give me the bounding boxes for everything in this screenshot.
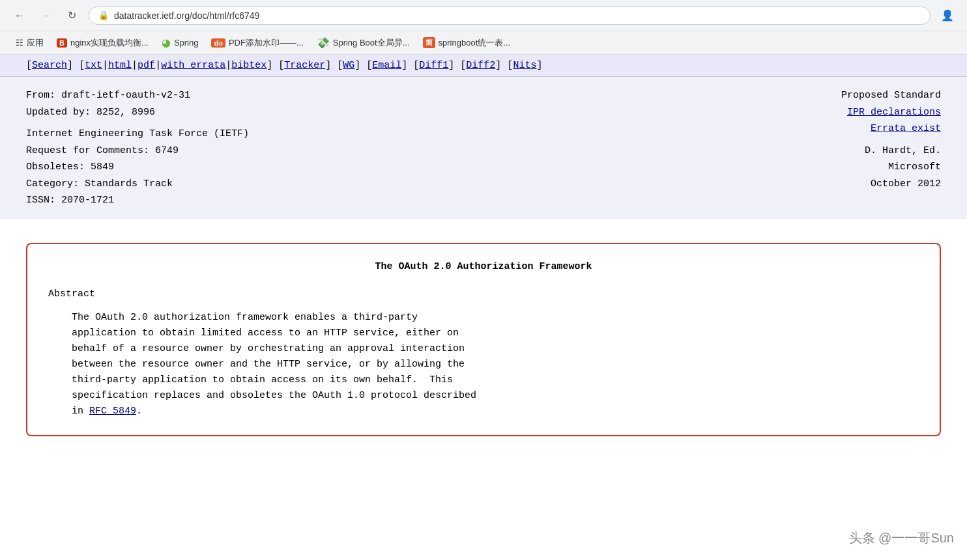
category-row: Category: Standards Track	[26, 176, 249, 193]
ipr-link[interactable]: IPR declarations	[847, 107, 941, 118]
diff1-link[interactable]: Diff1	[419, 60, 448, 71]
bookmark-label-nginx: nginx实现负载均衡...	[70, 37, 149, 49]
updated-link-8252[interactable]: 8252	[96, 107, 120, 118]
abstract-text: The OAuth 2.0 authorization framework en…	[72, 310, 919, 419]
diff2-link[interactable]: Diff2	[466, 60, 495, 71]
bookmark-boot[interactable]: 💸 Spring Boot全局异...	[311, 35, 415, 50]
pdf-link[interactable]: pdf	[137, 60, 155, 71]
bookmark-nginx[interactable]: B nginx实现负载均衡...	[51, 36, 154, 50]
updated-row: Updated by: 8252, 8996	[26, 104, 249, 121]
bookmark-label-apps: 应用	[27, 37, 44, 49]
nits-link[interactable]: Nits	[513, 60, 536, 71]
bookmarks-bar: ☷ 应用 B nginx实现负载均衡... ◕ Spring do PDF添加水…	[0, 31, 967, 55]
address-text: datatracker.ietf.org/doc/html/rfc6749	[114, 10, 259, 21]
rfc-body: The OAuth 2.0 Authorization Framework Ab…	[0, 219, 967, 460]
updated-link-8996[interactable]: 8996	[132, 107, 155, 118]
from-label: From:	[26, 90, 55, 101]
header-info: From: draft-ietf-oauth-v2-31 Updated by:…	[0, 77, 967, 219]
back-button[interactable]: ←	[10, 7, 29, 25]
ipr-row: IPR declarations	[841, 104, 941, 121]
issn-row: ISSN: 2070-1721	[26, 192, 249, 209]
browser-bar: ← → ↻ 🔒 datatracker.ietf.org/doc/html/rf…	[0, 0, 967, 31]
tracker-link[interactable]: Tracker	[284, 60, 325, 71]
ninja-icon: B	[57, 38, 67, 48]
company-row: Microsoft	[841, 159, 941, 176]
bookmark-pdf[interactable]: do PDF添加水印——...	[206, 36, 308, 50]
bookmark-label-pdf: PDF添加水印——...	[229, 37, 304, 49]
lock-icon: 🔒	[98, 10, 109, 20]
with-errata-link[interactable]: with errata	[161, 60, 225, 71]
spring-icon: ◕	[162, 36, 171, 49]
header-right: Proposed Standard IPR declarations Errat…	[841, 87, 941, 209]
obsoletes-label: Obsoletes:	[26, 161, 85, 173]
author-row: D. Hardt, Ed.	[841, 143, 941, 160]
html-link[interactable]: html	[108, 60, 132, 71]
bookmark-jiandan[interactable]: 简 springboot统一表...	[418, 36, 516, 50]
from-row: From: draft-ietf-oauth-v2-31	[26, 87, 249, 104]
rfc-row: Request for Comments: 6749	[26, 143, 249, 160]
bookmark-label-jiandan: springboot统一表...	[439, 37, 511, 49]
address-bar[interactable]: 🔒 datatracker.ietf.org/doc/html/rfc6749	[89, 7, 931, 25]
pdf-icon: do	[211, 38, 225, 48]
bookmark-spring[interactable]: ◕ Spring	[156, 35, 204, 50]
boot-icon: 💸	[317, 36, 330, 49]
bibtex-link[interactable]: bibtex	[231, 60, 267, 71]
date-row: October 2012	[841, 176, 941, 193]
rfc5849-link[interactable]: RFC 5849	[89, 406, 136, 417]
status-row: Proposed Standard	[841, 87, 941, 104]
from-link[interactable]: draft-ietf-oauth-v2-31	[61, 90, 190, 101]
org-row: Internet Engineering Task Force (IETF)	[26, 126, 249, 143]
errata-link[interactable]: Errata exist	[871, 123, 941, 134]
toolbar-row: [Search] [txt|html|pdf|with errata|bibte…	[0, 55, 967, 77]
wg-link[interactable]: WG	[343, 60, 354, 71]
bookmark-label-boot: Spring Boot全局异...	[333, 37, 410, 49]
watermark: 头条 @一一哥Sun	[849, 529, 954, 547]
forward-button[interactable]: →	[36, 7, 55, 25]
header-left: From: draft-ietf-oauth-v2-31 Updated by:…	[26, 87, 249, 209]
apps-icon: ☷	[16, 38, 23, 48]
abstract-title: The OAuth 2.0 Authorization Framework	[48, 260, 919, 275]
profile-button[interactable]: 👤	[938, 7, 957, 25]
email-link[interactable]: Email	[372, 60, 401, 71]
bookmark-label-spring: Spring	[174, 38, 199, 48]
bookmark-apps[interactable]: ☷ 应用	[10, 36, 49, 50]
jiandan-icon: 简	[423, 37, 435, 48]
txt-link[interactable]: txt	[85, 60, 102, 71]
updated-label: Updated by:	[26, 107, 91, 118]
reload-button[interactable]: ↻	[63, 7, 81, 25]
abstract-label: Abstract	[48, 287, 919, 302]
url-display: datatracker.ietf.org/doc/html/rfc6749	[114, 10, 259, 21]
errata-row: Errata exist	[841, 120, 941, 137]
search-link[interactable]: Search	[32, 60, 67, 71]
abstract-box: The OAuth 2.0 Authorization Framework Ab…	[26, 243, 941, 436]
obsoletes-link[interactable]: 5849	[91, 161, 114, 173]
watermark-text: 头条 @一一哥Sun	[849, 531, 954, 545]
abstract-text-content: The OAuth 2.0 authorization framework en…	[72, 312, 476, 417]
obsoletes-row: Obsoletes: 5849	[26, 159, 249, 176]
